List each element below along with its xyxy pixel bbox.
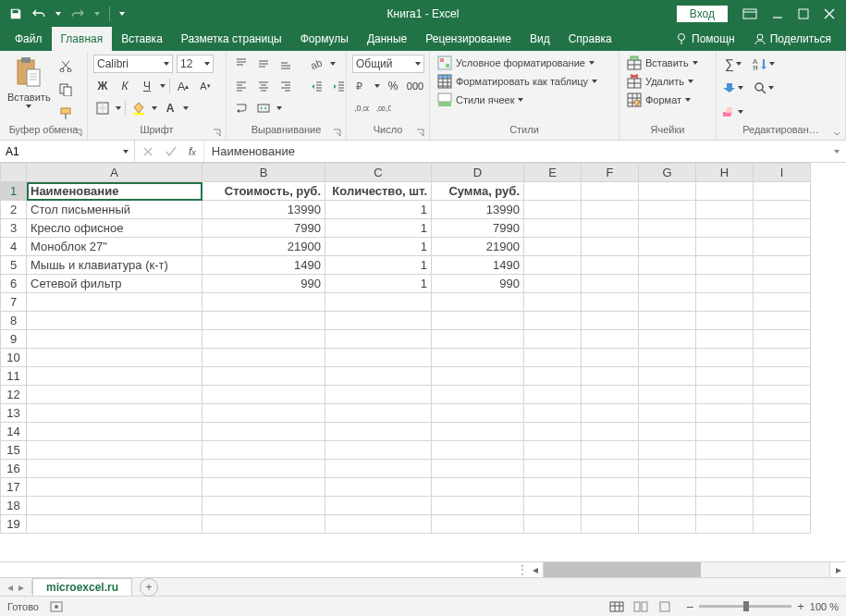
cell[interactable] <box>432 423 524 441</box>
cell[interactable] <box>524 182 582 201</box>
shrink-font-icon[interactable]: A▾ <box>196 77 215 95</box>
cell[interactable] <box>696 497 754 515</box>
row-header[interactable]: 6 <box>1 275 27 293</box>
borders-dropdown-icon[interactable] <box>116 106 121 110</box>
tell-me[interactable]: Помощн <box>666 27 744 51</box>
cell[interactable] <box>27 515 202 534</box>
cell[interactable] <box>582 293 639 312</box>
redo-dropdown-icon[interactable] <box>94 12 100 16</box>
cell[interactable]: Количество, шт. <box>325 182 432 201</box>
cell[interactable]: 1 <box>325 201 432 219</box>
cell[interactable] <box>325 460 432 478</box>
cell[interactable] <box>696 275 754 293</box>
cell[interactable] <box>696 312 754 330</box>
cell[interactable] <box>325 441 432 460</box>
col-header-G[interactable]: G <box>639 164 696 182</box>
align-center-icon[interactable] <box>254 77 273 95</box>
undo-icon[interactable] <box>31 7 46 20</box>
save-icon[interactable] <box>9 7 22 20</box>
cell[interactable]: 13990 <box>432 201 524 219</box>
cell[interactable] <box>27 293 202 312</box>
cell[interactable] <box>524 238 582 256</box>
menu-Вставка[interactable]: Вставка <box>112 27 172 51</box>
col-header-H[interactable]: H <box>696 164 754 182</box>
cell[interactable] <box>582 256 639 275</box>
fill-dropdown-icon[interactable] <box>152 106 157 110</box>
comma-icon[interactable]: 000 <box>406 77 424 95</box>
align-top-icon[interactable] <box>232 55 251 73</box>
row-header[interactable]: 18 <box>1 497 27 515</box>
cell[interactable] <box>696 349 754 367</box>
cell[interactable] <box>524 515 582 534</box>
cell[interactable] <box>696 404 754 423</box>
cell[interactable] <box>639 404 696 423</box>
spreadsheet-grid[interactable]: ABCDEFGHI1НаименованиеСтоимость, руб.Кол… <box>0 163 811 534</box>
cell[interactable] <box>432 497 524 515</box>
cell[interactable] <box>202 404 325 423</box>
minimize-icon[interactable] <box>772 8 783 19</box>
cell[interactable] <box>202 460 325 478</box>
format-cells-button[interactable]: Формат <box>625 92 693 108</box>
cell[interactable] <box>325 293 432 312</box>
menu-Рецензирование[interactable]: Рецензирование <box>416 27 521 51</box>
cell[interactable] <box>639 312 696 330</box>
cell[interactable] <box>524 367 582 386</box>
underline-button[interactable]: Ч <box>138 77 156 95</box>
cell[interactable] <box>27 441 202 460</box>
cell[interactable] <box>582 312 639 330</box>
cell[interactable] <box>696 515 754 534</box>
cell[interactable] <box>202 423 325 441</box>
col-header-A[interactable]: A <box>27 164 202 182</box>
cell[interactable] <box>582 349 639 367</box>
row-header[interactable]: 15 <box>1 441 27 460</box>
cell[interactable] <box>639 367 696 386</box>
cell[interactable] <box>639 275 696 293</box>
redo-icon[interactable] <box>70 7 85 20</box>
align-right-icon[interactable] <box>276 77 295 95</box>
cell[interactable] <box>696 256 754 275</box>
align-bottom-icon[interactable] <box>276 55 295 73</box>
cell[interactable]: 13990 <box>202 201 325 219</box>
currency-icon[interactable]: ₽ <box>352 77 371 95</box>
cell[interactable] <box>639 441 696 460</box>
fx-icon[interactable]: fx <box>189 145 196 158</box>
maximize-icon[interactable] <box>798 8 809 19</box>
cell[interactable] <box>524 201 582 219</box>
cell[interactable]: 1490 <box>432 256 524 275</box>
cell[interactable]: 1 <box>325 219 432 238</box>
cell[interactable] <box>582 441 639 460</box>
cell[interactable] <box>639 256 696 275</box>
cell[interactable] <box>582 460 639 478</box>
cell[interactable] <box>696 386 754 404</box>
row-header[interactable]: 3 <box>1 219 27 238</box>
format-as-table-button[interactable]: Форматировать как таблицу <box>435 73 599 90</box>
row-header[interactable]: 2 <box>1 201 27 219</box>
cell[interactable] <box>202 367 325 386</box>
percent-icon[interactable]: % <box>384 77 402 95</box>
cell[interactable] <box>582 515 639 534</box>
cell[interactable] <box>432 349 524 367</box>
cell[interactable] <box>27 386 202 404</box>
cell[interactable] <box>27 423 202 441</box>
cell[interactable] <box>639 515 696 534</box>
cell[interactable] <box>325 423 432 441</box>
cell[interactable] <box>524 349 582 367</box>
cell[interactable] <box>639 201 696 219</box>
number-format-combo[interactable]: Общий <box>352 55 424 73</box>
col-header-B[interactable]: B <box>202 164 325 182</box>
increase-decimal-icon[interactable]: ,0,00 <box>352 99 371 117</box>
cell[interactable]: 7990 <box>432 219 524 238</box>
row-header[interactable]: 12 <box>1 386 27 404</box>
cell[interactable] <box>524 497 582 515</box>
cell[interactable] <box>754 423 811 441</box>
share-button[interactable]: Поделиться <box>744 27 840 51</box>
cell[interactable] <box>432 441 524 460</box>
menu-Вид[interactable]: Вид <box>521 27 559 51</box>
clear-icon[interactable] <box>722 103 744 121</box>
cell[interactable] <box>696 219 754 238</box>
cell[interactable] <box>696 441 754 460</box>
view-page-break-icon[interactable] <box>655 599 675 614</box>
cell[interactable]: 990 <box>202 275 325 293</box>
cell[interactable]: 7990 <box>202 219 325 238</box>
cell[interactable] <box>325 367 432 386</box>
